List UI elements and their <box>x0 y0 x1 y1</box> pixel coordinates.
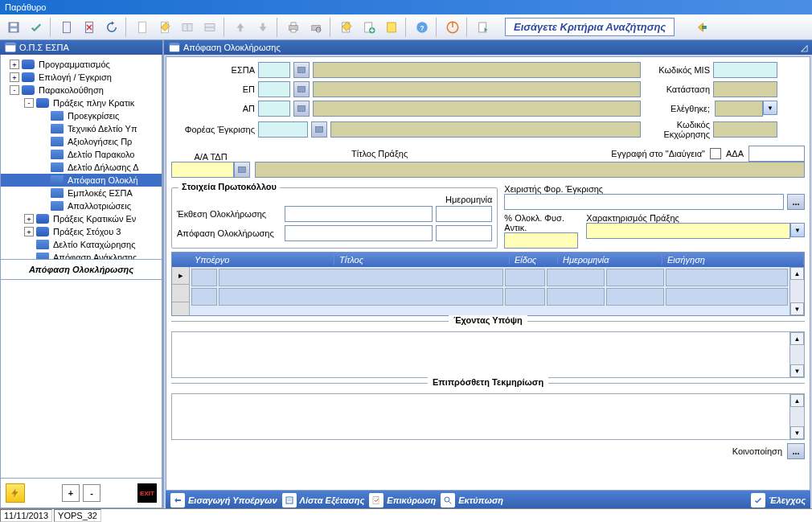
arrow-down-icon[interactable] <box>252 17 273 38</box>
ap-code-field[interactable] <box>258 101 290 117</box>
tree-node[interactable]: Απαλλοτριώσεις <box>1 199 162 212</box>
blank-page-icon[interactable] <box>132 17 153 38</box>
tree-node[interactable]: Δελτίο Παρακολο <box>1 148 162 161</box>
lightning-icon[interactable] <box>6 483 25 503</box>
xeiristis-ellipsis-icon[interactable]: ... <box>787 194 805 210</box>
checked-combo-icon[interactable]: ▼ <box>763 101 777 115</box>
tree-node[interactable]: -Παρακολούθηση <box>1 84 162 97</box>
back-arrow-icon[interactable] <box>691 17 712 38</box>
note-edit-icon[interactable] <box>336 17 357 38</box>
note-add-icon[interactable] <box>359 17 379 38</box>
tree-expander-icon[interactable]: + <box>10 60 19 69</box>
row-selector-icon[interactable] <box>172 285 189 302</box>
tree-expander-icon[interactable]: + <box>10 72 19 82</box>
mis-field[interactable] <box>713 62 777 78</box>
ekthesi-num-field[interactable] <box>285 206 433 222</box>
grid2-icon[interactable] <box>199 17 220 38</box>
grid1-icon[interactable] <box>177 17 198 38</box>
tree-node[interactable]: Τεχνικό Δελτίο Υπ <box>1 122 162 135</box>
edit-page-icon[interactable] <box>154 17 175 38</box>
check-button[interactable]: Έλεγχος <box>751 493 806 508</box>
arrow-up-icon[interactable] <box>230 17 251 38</box>
ap-desc-field[interactable] <box>313 101 641 117</box>
import-subprojects-button[interactable]: Εισαγωγή Υποέργων <box>170 493 277 508</box>
tree-node[interactable]: -Πράξεις πλην Κρατικ <box>1 97 162 109</box>
espa-lookup-icon[interactable] <box>293 62 310 78</box>
col-date[interactable]: Ημερομηνία <box>558 255 662 265</box>
ada-field[interactable] <box>748 146 805 162</box>
ap-lookup-icon[interactable] <box>293 101 310 117</box>
ekx-field[interactable] <box>713 121 777 138</box>
table-row[interactable] <box>191 288 788 306</box>
scroll-up-icon[interactable]: ▲ <box>790 267 804 280</box>
ep-lookup-icon[interactable] <box>293 81 310 97</box>
help-icon[interactable]: ? <box>412 17 433 38</box>
tree-node[interactable]: Προεγκρίσεις <box>1 109 162 122</box>
apofasi-date-field[interactable] <box>436 225 492 241</box>
tree-node[interactable]: Αξιολογήσεις Πρ <box>1 135 162 148</box>
diavgeia-checkbox[interactable] <box>710 148 721 159</box>
aa-tdp-field[interactable] <box>171 162 234 178</box>
power-icon[interactable] <box>442 17 463 38</box>
xarakt-field[interactable] <box>586 223 790 239</box>
tree-node[interactable]: +Πράξεις Στόχου 3 <box>1 225 162 238</box>
koinopoiisi-ellipsis-icon[interactable]: ... <box>787 443 805 459</box>
tree-expander-icon[interactable]: - <box>24 98 34 108</box>
checked-field[interactable] <box>715 101 763 117</box>
document-icon[interactable] <box>56 17 77 38</box>
espa-code-field[interactable] <box>258 62 290 78</box>
export-icon[interactable] <box>473 17 494 38</box>
scroll-down-icon[interactable]: ▼ <box>790 426 804 439</box>
table-row[interactable] <box>191 269 788 286</box>
apofasi-num-field[interactable] <box>285 225 433 241</box>
delete-icon[interactable] <box>79 17 100 38</box>
status-field[interactable] <box>713 81 777 97</box>
print-preview-icon[interactable] <box>306 17 326 38</box>
tree-node[interactable]: +Επιλογή / Έγκριση <box>1 71 162 84</box>
exit-icon[interactable]: EXIT <box>137 483 157 503</box>
review-list-button[interactable]: Λίστα Εξέτασης <box>282 493 365 508</box>
ep-desc-field[interactable] <box>313 81 641 97</box>
check-icon[interactable] <box>26 17 47 38</box>
refresh-icon[interactable] <box>101 17 122 38</box>
scroll-down-icon[interactable]: ▼ <box>790 364 804 377</box>
validate-button[interactable]: Επικύρωση <box>369 493 436 508</box>
tree-node[interactable]: Εμπλοκές ΕΣΠΑ <box>1 187 162 199</box>
row-selector-icon[interactable]: ▸ <box>172 267 189 285</box>
col-eidos[interactable]: Είδος <box>510 255 558 265</box>
col-titlos[interactable]: Τίτλος <box>334 255 510 265</box>
tree-expander-icon[interactable]: + <box>24 214 34 224</box>
foreas-lookup-icon[interactable] <box>311 121 327 138</box>
tree-node[interactable]: Δελτίο Καταχώρησης <box>1 238 162 251</box>
maximize-icon[interactable]: ◿ <box>801 43 807 53</box>
foreas-code-field[interactable] <box>258 121 308 138</box>
tree-node[interactable]: Απόφαση Ολοκλή <box>1 174 162 187</box>
xarakt-combo-icon[interactable]: ▼ <box>790 223 805 237</box>
col-eisigisi[interactable]: Εισήγηση <box>662 255 804 265</box>
expand-all-button[interactable]: + <box>62 484 80 502</box>
scroll-down-icon[interactable]: ▼ <box>790 302 804 315</box>
title-praxis-field[interactable] <box>255 162 805 178</box>
scroll-up-icon[interactable]: ▲ <box>790 332 804 345</box>
tree-expander-icon[interactable]: - <box>10 85 19 95</box>
note-yellow-icon[interactable] <box>381 17 402 38</box>
ekthesi-date-field[interactable] <box>436 206 492 222</box>
col-ypoergo[interactable]: Υποέργο <box>190 255 334 265</box>
tdp-lookup-icon[interactable] <box>234 162 250 178</box>
print-icon[interactable] <box>283 17 304 38</box>
espa-desc-field[interactable] <box>313 62 641 78</box>
tree-node[interactable]: Δελτίο Δήλωσης Δ <box>1 161 162 174</box>
save-icon[interactable] <box>3 17 24 38</box>
epiprostheti-textarea[interactable] <box>172 394 789 439</box>
xeiristis-field[interactable] <box>504 194 784 210</box>
pct-field[interactable] <box>504 232 578 249</box>
collapse-all-button[interactable]: - <box>83 484 100 502</box>
print-button[interactable]: Εκτύπωση <box>441 493 503 508</box>
tree-node[interactable]: +Προγραμματισμός <box>1 58 162 71</box>
scroll-up-icon[interactable]: ▲ <box>790 394 804 407</box>
tree-view[interactable]: +Προγραμματισμός+Επιλογή / Έγκριση-Παρακ… <box>0 55 162 260</box>
exontas-textarea[interactable] <box>172 332 789 377</box>
ep-code-field[interactable] <box>258 81 290 97</box>
tree-expander-icon[interactable]: + <box>24 227 34 236</box>
tree-node[interactable]: Απόφαση Ανάκλησης <box>1 251 162 260</box>
